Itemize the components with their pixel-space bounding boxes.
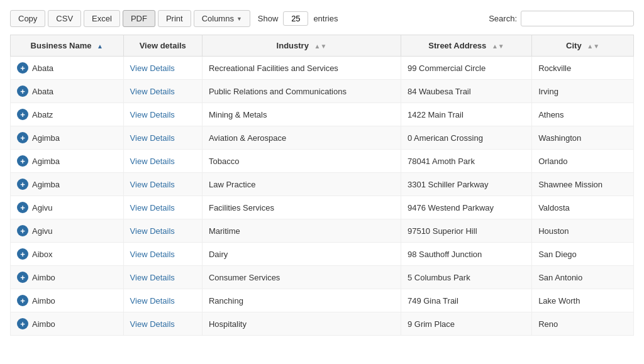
csv-button[interactable]: CSV xyxy=(48,10,81,27)
expand-icon[interactable]: + xyxy=(17,318,28,329)
view-details-link[interactable]: View Details xyxy=(130,110,175,119)
street-address-cell: 749 Gina Trail xyxy=(401,289,531,312)
table-row: + Abata View DetailsPublic Relations and… xyxy=(11,80,634,103)
business-name-text: Aimbo xyxy=(32,273,55,282)
table-row: + Aimbo View DetailsConsumer Services5 C… xyxy=(11,266,634,289)
business-name-cell: + Aibox xyxy=(11,243,124,266)
expand-icon[interactable]: + xyxy=(17,248,28,260)
expand-icon[interactable]: + xyxy=(17,109,28,120)
view-details-link[interactable]: View Details xyxy=(130,273,175,282)
business-name-text: Agimba xyxy=(32,180,60,189)
street-address-cell: 84 Waubesa Trail xyxy=(401,80,531,103)
business-name-cell: + Agimba xyxy=(11,126,124,150)
sort-icon-business-name: ▲ xyxy=(97,43,103,50)
table-row: + Aibox View DetailsDairy98 Sauthoff Jun… xyxy=(11,243,634,266)
street-address-cell: 1422 Main Trail xyxy=(401,103,531,126)
copy-button[interactable]: Copy xyxy=(10,10,45,27)
show-label: Show xyxy=(258,14,279,23)
view-details-link[interactable]: View Details xyxy=(130,226,175,236)
expand-icon[interactable]: + xyxy=(17,85,28,97)
pdf-button[interactable]: PDF xyxy=(123,10,155,27)
entries-input[interactable] xyxy=(283,11,308,26)
table-row: + Aimbo View DetailsHospitality9 Grim Pl… xyxy=(11,312,634,336)
search-label: Search: xyxy=(489,14,517,23)
business-name-cell: + Aimbo xyxy=(11,266,124,289)
industry-cell: Public Relations and Communications xyxy=(202,80,401,103)
col-label-city: City xyxy=(566,41,582,50)
main-container: Copy CSV Excel PDF Print Columns ▼ Show … xyxy=(0,0,644,346)
business-name-text: Agivu xyxy=(32,203,53,212)
street-address-cell: 99 Commercial Circle xyxy=(401,57,531,80)
col-header-view-details[interactable]: View details xyxy=(123,35,202,57)
industry-cell: Recreational Facilities and Services xyxy=(202,57,401,80)
business-name-text: Agimba xyxy=(32,157,60,166)
expand-icon[interactable]: + xyxy=(17,225,28,236)
industry-cell: Dairy xyxy=(202,243,401,266)
view-details-link[interactable]: View Details xyxy=(130,63,175,73)
view-details-cell: View Details xyxy=(123,289,202,312)
expand-icon[interactable]: + xyxy=(17,132,28,143)
business-name-cell: + Agimba xyxy=(11,150,124,173)
expand-icon[interactable]: + xyxy=(17,272,28,283)
table-row: + Agimba View DetailsAviation & Aerospac… xyxy=(11,126,634,150)
col-header-industry[interactable]: Industry ▲▼ xyxy=(202,35,401,57)
col-header-business-name[interactable]: Business Name ▲ xyxy=(11,35,124,57)
business-name-cell: + Agivu xyxy=(11,219,124,243)
col-header-city[interactable]: City ▲▼ xyxy=(532,35,634,57)
business-name-cell: + Abata xyxy=(11,57,124,80)
business-name-text: Aimbo xyxy=(32,296,55,306)
excel-button[interactable]: Excel xyxy=(84,10,120,27)
data-table: Business Name ▲ View details Industry ▲▼… xyxy=(10,35,634,336)
business-name-text: Abatz xyxy=(32,110,53,119)
sort-icon-industry: ▲▼ xyxy=(314,43,327,50)
view-details-cell: View Details xyxy=(123,173,202,196)
col-header-street-address[interactable]: Street Address ▲▼ xyxy=(401,35,531,57)
street-address-cell: 3301 Schiller Parkway xyxy=(401,173,531,196)
columns-arrow-icon: ▼ xyxy=(236,16,242,22)
business-name-cell: + Aimbo xyxy=(11,312,124,336)
view-details-link[interactable]: View Details xyxy=(130,87,175,96)
print-button[interactable]: Print xyxy=(158,10,191,27)
expand-icon[interactable]: + xyxy=(17,155,28,167)
view-details-cell: View Details xyxy=(123,80,202,103)
view-details-link[interactable]: View Details xyxy=(130,250,175,259)
view-details-link[interactable]: View Details xyxy=(130,133,175,143)
table-row: + Abata View DetailsRecreational Facilit… xyxy=(11,57,634,80)
view-details-cell: View Details xyxy=(123,126,202,150)
industry-cell: Hospitality xyxy=(202,312,401,336)
view-details-cell: View Details xyxy=(123,103,202,126)
city-cell: Lake Worth xyxy=(532,289,634,312)
expand-icon[interactable]: + xyxy=(17,62,28,74)
table-row: + Aimbo View DetailsRanching749 Gina Tra… xyxy=(11,289,634,312)
search-input[interactable] xyxy=(521,11,634,26)
view-details-link[interactable]: View Details xyxy=(130,203,175,212)
view-details-link[interactable]: View Details xyxy=(130,296,175,306)
col-label-industry: Industry xyxy=(277,41,309,50)
street-address-cell: 9 Grim Place xyxy=(401,312,531,336)
street-address-cell: 0 American Crossing xyxy=(401,126,531,150)
business-name-cell: + Abatz xyxy=(11,103,124,126)
expand-icon[interactable]: + xyxy=(17,179,28,190)
entries-label: entries xyxy=(313,14,338,23)
columns-button[interactable]: Columns ▼ xyxy=(194,10,250,27)
view-details-cell: View Details xyxy=(123,312,202,336)
industry-cell: Maritime xyxy=(202,219,401,243)
business-name-text: Aibox xyxy=(32,250,53,259)
col-label-street-address: Street Address xyxy=(428,41,486,50)
view-details-link[interactable]: View Details xyxy=(130,180,175,189)
view-details-cell: View Details xyxy=(123,150,202,173)
view-details-cell: View Details xyxy=(123,243,202,266)
table-row: + Agimba View DetailsLaw Practice3301 Sc… xyxy=(11,173,634,196)
expand-icon[interactable]: + xyxy=(17,202,28,213)
toolbar: Copy CSV Excel PDF Print Columns ▼ Show … xyxy=(10,10,634,27)
view-details-link[interactable]: View Details xyxy=(130,157,175,166)
street-address-cell: 97510 Superior Hill xyxy=(401,219,531,243)
street-address-cell: 9476 Westend Parkway xyxy=(401,196,531,219)
table-row: + Agimba View DetailsTobacco78041 Amoth … xyxy=(11,150,634,173)
industry-cell: Facilities Services xyxy=(202,196,401,219)
view-details-cell: View Details xyxy=(123,219,202,243)
city-cell: Rockville xyxy=(532,57,634,80)
expand-icon[interactable]: + xyxy=(17,295,28,306)
view-details-link[interactable]: View Details xyxy=(130,319,175,329)
industry-cell: Tobacco xyxy=(202,150,401,173)
